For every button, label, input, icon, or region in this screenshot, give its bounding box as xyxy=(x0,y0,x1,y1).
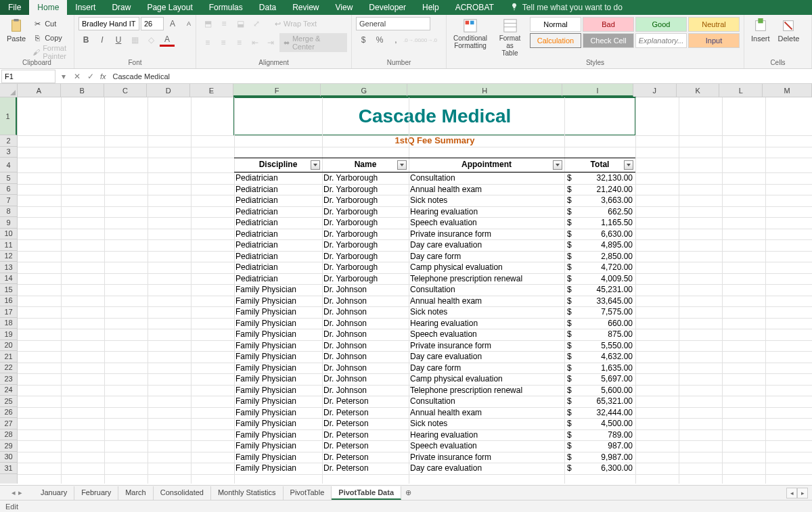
table-cell[interactable]: Sick notes xyxy=(410,419,563,428)
tab-acrobat[interactable]: ACROBAT xyxy=(447,0,502,15)
table-cell[interactable]: Camp physical evaluation xyxy=(410,262,563,272)
sheet-tab-consolidated[interactable]: Consolidated xyxy=(154,486,211,500)
table-cell[interactable]: Pediatrician xyxy=(235,262,321,272)
filter-button-discipline[interactable] xyxy=(311,160,320,170)
table-cell[interactable]: Camp physical evaluation xyxy=(410,374,563,383)
align-left-button[interactable]: ≡ xyxy=(200,36,215,49)
tab-formulas[interactable]: Formulas xyxy=(201,0,251,15)
increase-indent-button[interactable]: ⇥ xyxy=(264,36,278,49)
table-cell-total[interactable]: 660.00 xyxy=(572,319,633,328)
table-cell[interactable]: Speech evaluation xyxy=(410,441,563,450)
sheet-tab-march[interactable]: March xyxy=(118,486,154,500)
table-cell[interactable]: Hearing evaluation xyxy=(410,319,563,328)
filter-button-total[interactable] xyxy=(624,160,633,170)
tab-insert[interactable]: Insert xyxy=(67,0,104,15)
insert-cells-button[interactable]: Insert xyxy=(748,17,773,44)
tab-home[interactable]: Home xyxy=(29,0,67,15)
table-cell[interactable]: Family Physician xyxy=(235,352,321,361)
italic-button[interactable]: I xyxy=(95,33,110,47)
row-header-30[interactable]: 30 xyxy=(0,452,17,463)
sheet-tab-pivottable-data[interactable]: PivotTable Data xyxy=(332,486,401,500)
align-center-button[interactable]: ≡ xyxy=(216,36,230,49)
row-header-11[interactable]: 11 xyxy=(0,239,17,251)
row-header-8[interactable]: 8 xyxy=(0,206,17,218)
comma-button[interactable]: , xyxy=(388,33,403,47)
row-header-27[interactable]: 27 xyxy=(0,418,17,429)
filter-button-name[interactable] xyxy=(397,160,407,170)
column-header-M[interactable]: M xyxy=(763,84,812,97)
delete-cells-button[interactable]: Delete xyxy=(775,17,803,44)
row-header-6[interactable]: 6 xyxy=(0,184,17,195)
row-header-23[interactable]: 23 xyxy=(0,373,17,385)
table-cell[interactable]: Dr. Yarborough xyxy=(323,207,407,216)
accept-formula-button[interactable]: ✓ xyxy=(84,72,97,81)
table-cell-total[interactable]: 4,632.00 xyxy=(572,352,633,361)
table-cell[interactable]: Sick notes xyxy=(410,307,563,317)
table-cell[interactable]: Dr. Yarborough xyxy=(323,173,407,183)
select-all-corner[interactable] xyxy=(0,84,18,97)
table-cell[interactable]: Pediatrician xyxy=(235,229,321,239)
table-cell[interactable]: Family Physician xyxy=(235,452,321,462)
table-cell[interactable]: Dr. Johnson xyxy=(323,341,407,350)
table-cell[interactable]: Annual health exam xyxy=(410,408,563,417)
row-header-2[interactable]: 2 xyxy=(0,135,17,147)
row-header-22[interactable]: 22 xyxy=(0,363,17,374)
row-header-15[interactable]: 15 xyxy=(0,284,17,296)
row-header-28[interactable]: 28 xyxy=(0,429,17,441)
number-format-combo[interactable] xyxy=(356,17,430,30)
scroll-right-icon[interactable]: ▸ xyxy=(797,488,808,498)
table-cell[interactable]: Dr. Johnson xyxy=(323,296,407,306)
table-cell-total[interactable]: 32,130.00 xyxy=(572,173,633,183)
filter-button-appointment[interactable] xyxy=(553,160,562,170)
table-cell[interactable]: Day care form xyxy=(410,363,563,373)
table-cell[interactable]: Dr. Johnson xyxy=(323,329,407,339)
table-cell-total[interactable]: 65,321.00 xyxy=(572,396,633,406)
row-header-25[interactable]: 25 xyxy=(0,396,17,407)
align-top-button[interactable]: ⬒ xyxy=(200,17,215,30)
table-cell[interactable]: Pediatrician xyxy=(235,240,321,250)
font-color-button[interactable]: A xyxy=(160,33,175,47)
table-cell[interactable]: Family Physician xyxy=(235,285,321,294)
decrease-font-button[interactable]: A xyxy=(181,17,196,30)
table-cell-total[interactable]: 3,663.00 xyxy=(572,195,633,205)
align-right-button[interactable]: ≡ xyxy=(232,36,246,49)
table-cell[interactable]: Day care evaluation xyxy=(410,463,563,473)
font-size-combo[interactable] xyxy=(141,17,164,30)
table-cell[interactable]: Dr. Johnson xyxy=(323,352,407,361)
sheet-tab-pivottable[interactable]: PivotTable xyxy=(284,486,332,500)
table-cell[interactable]: Family Physician xyxy=(235,329,321,339)
style-good[interactable]: Good xyxy=(635,17,687,32)
row-header-21[interactable]: 21 xyxy=(0,351,17,363)
table-cell[interactable]: Private insurance form xyxy=(410,452,563,462)
table-cell[interactable]: Pediatrician xyxy=(235,252,321,261)
table-cell[interactable]: Dr. Yarborough xyxy=(323,195,407,205)
copy-button[interactable]: ⎘Copy xyxy=(31,31,70,45)
column-header-H[interactable]: H xyxy=(407,84,562,97)
table-cell-total[interactable]: 5,550.00 xyxy=(572,341,633,350)
table-cell-total[interactable]: 2,850.00 xyxy=(572,252,633,261)
sheet-tab-monthly-statistics[interactable]: Monthly Statistics xyxy=(211,486,284,500)
border-button[interactable]: ▦ xyxy=(127,33,142,47)
table-cell[interactable]: Family Physician xyxy=(235,363,321,373)
table-cell-total[interactable]: 4,500.00 xyxy=(572,419,633,428)
table-cell[interactable]: Dr. Peterson xyxy=(323,408,407,417)
table-cell[interactable]: Family Physician xyxy=(235,307,321,317)
table-cell[interactable]: Consultation xyxy=(410,396,563,406)
row-header-4[interactable]: 4 xyxy=(0,158,17,172)
merge-center-button[interactable]: ⬌Merge & Center xyxy=(279,33,347,52)
table-cell[interactable]: Dr. Peterson xyxy=(323,430,407,440)
horizontal-scrollbar[interactable]: ◂ ▸ xyxy=(415,488,812,498)
table-cell[interactable]: Dr. Yarborough xyxy=(323,229,407,239)
table-cell-total[interactable]: 1,635.00 xyxy=(572,363,633,373)
table-cell[interactable]: Pediatrician xyxy=(235,207,321,216)
fill-color-button[interactable]: ◇ xyxy=(143,33,158,47)
table-cell[interactable]: Dr. Johnson xyxy=(323,319,407,328)
align-middle-button[interactable]: ≡ xyxy=(217,17,231,30)
format-as-table-button[interactable]: Format asTable xyxy=(493,17,527,58)
scroll-left-icon[interactable]: ◂ xyxy=(786,488,797,498)
row-header-26[interactable]: 26 xyxy=(0,407,17,419)
row-header-13[interactable]: 13 xyxy=(0,262,17,273)
table-cell[interactable]: Dr. Yarborough xyxy=(323,274,407,283)
table-cell[interactable]: Family Physician xyxy=(235,408,321,417)
row-header-10[interactable]: 10 xyxy=(0,229,17,240)
